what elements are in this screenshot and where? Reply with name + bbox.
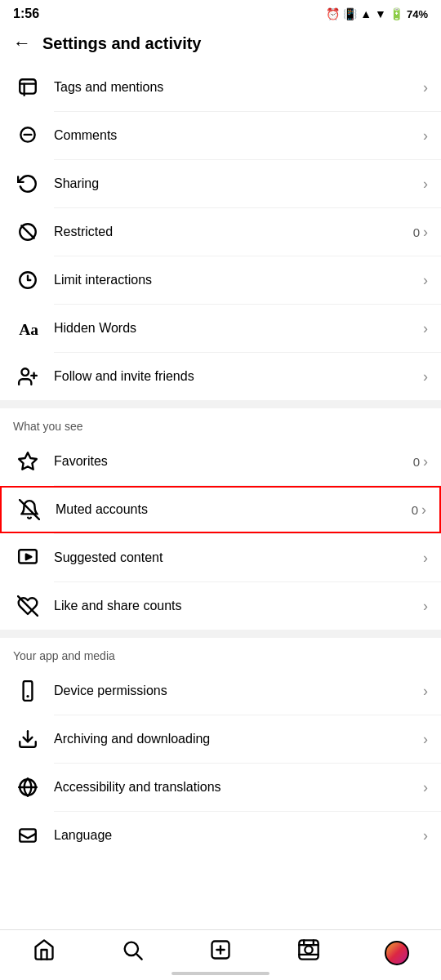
status-icons: ⏰ 📳 ▲ ▼ 🔋 74% [326,7,428,20]
search-icon [121,938,144,967]
menu-item-label-device-permissions: Device permissions [54,684,423,698]
nav-profile[interactable] [353,941,441,965]
hidden-words-icon: Aa [13,314,42,343]
section-label-what-you-see: What you see [0,408,441,438]
section-separator [0,400,441,408]
menu-item-chevron-language: › [423,827,428,844]
menu-item-comments[interactable]: Comments› [0,112,441,159]
language-icon [13,821,42,850]
restricted-icon [13,217,42,247]
menu-item-language[interactable]: Language› [0,812,441,859]
svg-rect-0 [20,79,36,93]
menu-item-like-share-counts[interactable]: Like and share counts› [0,582,441,630]
nav-home[interactable] [0,938,88,967]
sharing-icon [13,169,42,198]
suggested-content-icon [13,543,42,572]
add-icon [209,938,232,967]
menu-item-label-sharing: Sharing [54,176,423,191]
alarm-icon: ⏰ [326,7,340,20]
page-title: Settings and activity [42,34,202,53]
nav-add[interactable] [176,938,265,967]
svg-marker-12 [26,555,32,560]
menu-item-restricted[interactable]: Restricted0› [0,208,441,256]
menu-item-label-hidden-words: Hidden Words [54,321,423,336]
menu-item-label-limit-interactions: Limit interactions [54,273,423,287]
menu-item-chevron-tags-mentions: › [423,79,428,96]
svg-rect-25 [299,940,318,959]
menu-item-label-favorites: Favorites [54,454,413,469]
menu-item-suggested-content[interactable]: Suggested content› [0,534,441,581]
menu-item-label-archiving-downloading: Archiving and downloading [54,732,423,746]
nav-reels[interactable] [265,938,353,967]
menu-item-chevron-device-permissions: › [423,683,428,700]
svg-marker-9 [19,452,37,470]
menu-item-chevron-muted-accounts: › [421,501,426,519]
menu-item-label-suggested-content: Suggested content [54,550,423,565]
archiving-downloading-icon [13,724,42,754]
limit-interactions-icon [13,265,42,295]
section-label-app-media: Your app and media [0,638,441,667]
svg-point-20 [125,942,138,956]
menu-item-chevron-like-share-counts: › [423,598,428,615]
reels-icon [297,938,320,967]
menu-item-device-permissions[interactable]: Device permissions› [0,667,441,715]
menu-item-badge-favorites: 0 [413,455,420,469]
menu-item-chevron-suggested-content: › [423,550,428,567]
menu-item-chevron-favorites: › [423,453,428,470]
menu-item-hidden-words[interactable]: AaHidden Words› [0,305,441,352]
menu-item-label-muted-accounts: Muted accounts [56,502,412,517]
svg-rect-14 [24,681,33,701]
menu-container: Tags and mentions›Comments›Sharing›Restr… [0,64,441,924]
svg-line-3 [21,225,33,238]
signal-icon: ▲ [360,7,372,20]
menu-item-label-language: Language [54,828,423,843]
menu-item-chevron-comments: › [423,127,428,145]
menu-item-favorites[interactable]: Favorites0› [0,438,441,485]
tags-mentions-icon [13,73,42,102]
menu-item-chevron-limit-interactions: › [423,272,428,289]
menu-item-chevron-restricted: › [423,224,428,241]
home-indicator [172,972,270,975]
menu-item-limit-interactions[interactable]: Limit interactions› [0,256,441,304]
menu-item-label-like-share-counts: Like and share counts [54,599,423,613]
favorites-icon [13,447,42,476]
wifi-icon: ▼ [375,7,386,20]
muted-accounts-icon [15,495,44,524]
svg-line-10 [20,500,39,519]
menu-item-badge-muted-accounts: 0 [412,503,418,517]
menu-item-chevron-accessibility-translations: › [423,779,428,796]
section-separator [0,630,441,638]
menu-item-muted-accounts[interactable]: Muted accounts0› [0,486,441,533]
menu-item-tags-mentions[interactable]: Tags and mentions› [0,64,441,111]
menu-item-label-accessibility-translations: Accessibility and translations [54,780,423,795]
like-share-counts-icon [13,591,42,621]
profile-avatar [385,941,409,965]
svg-text:Aa: Aa [19,321,38,338]
menu-item-label-restricted: Restricted [54,225,413,239]
vibrate-icon: 📳 [343,7,357,20]
svg-point-26 [305,946,312,953]
menu-item-chevron-sharing: › [423,176,428,193]
comments-icon [13,121,42,150]
menu-item-label-follow-invite: Follow and invite friends [54,369,423,384]
device-permissions-icon [13,676,42,706]
menu-item-archiving-downloading[interactable]: Archiving and downloading› [0,715,441,763]
battery-level: 74% [407,8,428,20]
menu-item-label-comments: Comments [54,128,423,143]
svg-line-21 [137,955,142,960]
status-bar: 1:56 ⏰ 📳 ▲ ▼ 🔋 74% [0,0,441,24]
menu-item-sharing[interactable]: Sharing› [0,160,441,207]
battery-icon: 🔋 [390,7,403,20]
menu-item-chevron-archiving-downloading: › [423,731,428,748]
menu-item-chevron-hidden-words: › [423,320,428,337]
nav-search[interactable] [88,938,176,967]
accessibility-translations-icon [13,773,42,802]
menu-item-follow-invite[interactable]: Follow and invite friends› [0,353,441,400]
follow-invite-icon [13,362,42,391]
back-button[interactable]: ← [13,33,31,54]
menu-item-accessibility-translations[interactable]: Accessibility and translations› [0,764,441,811]
header: ← Settings and activity [0,24,441,64]
home-icon [33,938,56,967]
menu-item-chevron-follow-invite: › [423,368,428,385]
status-time: 1:56 [13,7,39,21]
